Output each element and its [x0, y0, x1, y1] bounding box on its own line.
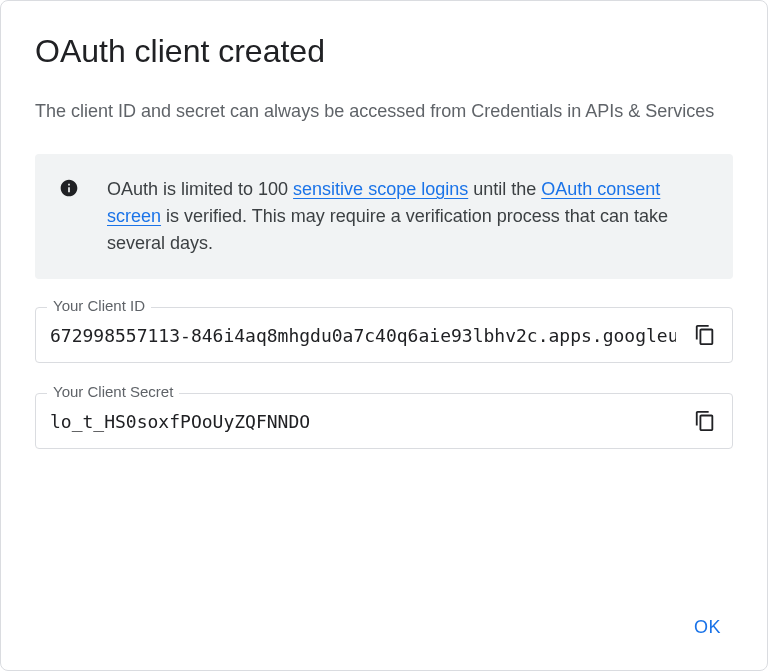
info-icon — [59, 176, 79, 198]
client-id-box: 672998557113-846i4aq8mhgdu0a7c40q6aie93l… — [35, 307, 733, 363]
info-text: OAuth is limited to 100 sensitive scope … — [107, 176, 709, 257]
client-secret-field: Your Client Secret lo_t_HS0soxfPOoUyZQFN… — [35, 393, 733, 449]
info-text-part1: OAuth is limited to 100 — [107, 179, 293, 199]
client-id-value: 672998557113-846i4aq8mhgdu0a7c40q6aie93l… — [50, 325, 676, 346]
client-secret-box: lo_t_HS0soxfPOoUyZQFNNDO — [35, 393, 733, 449]
client-id-field: Your Client ID 672998557113-846i4aq8mhgd… — [35, 307, 733, 363]
copy-icon — [694, 324, 716, 346]
info-text-part3: is verified. This may require a verifica… — [107, 206, 668, 253]
client-secret-value: lo_t_HS0soxfPOoUyZQFNNDO — [50, 411, 676, 432]
copy-icon — [694, 410, 716, 432]
ok-button[interactable]: OK — [682, 609, 733, 646]
client-secret-label: Your Client Secret — [47, 383, 179, 400]
sensitive-scope-logins-link[interactable]: sensitive scope logins — [293, 179, 468, 199]
dialog-actions: OK — [682, 609, 733, 646]
client-id-label: Your Client ID — [47, 297, 151, 314]
copy-client-id-button[interactable] — [690, 320, 720, 350]
info-box: OAuth is limited to 100 sensitive scope … — [35, 154, 733, 279]
dialog-subtitle: The client ID and secret can always be a… — [35, 98, 733, 124]
copy-client-secret-button[interactable] — [690, 406, 720, 436]
dialog-title: OAuth client created — [35, 33, 733, 70]
oauth-created-dialog: OAuth client created The client ID and s… — [0, 0, 768, 671]
info-text-part2: until the — [468, 179, 541, 199]
